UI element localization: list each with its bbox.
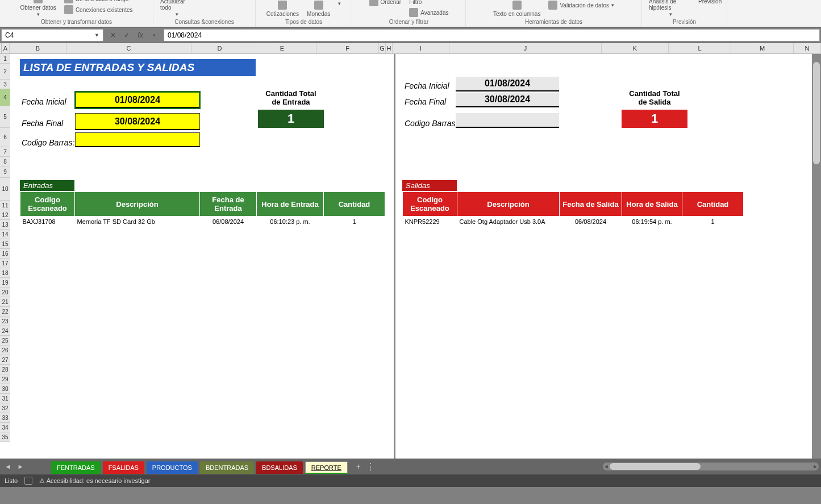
texto-columnas-button[interactable]: Texto en columnas xyxy=(491,0,543,18)
column-header-N[interactable]: N xyxy=(794,43,821,53)
horizontal-scrollbar[interactable]: ◄ ► xyxy=(603,463,819,470)
row-header-15[interactable]: 15 xyxy=(0,239,10,249)
row-header-7[interactable]: 7 xyxy=(0,147,10,157)
th-fecha: Fecha de Entrada xyxy=(200,192,257,216)
tab-fentradas[interactable]: FENTRADAS xyxy=(51,461,101,474)
fecha-inicial-input[interactable]: 01/08/2024 xyxy=(75,91,200,109)
formula-dd[interactable]: ▾ xyxy=(148,29,160,41)
row-header-5[interactable]: 5 xyxy=(0,106,10,128)
column-header-B[interactable]: B xyxy=(10,43,66,53)
row-header-31[interactable]: 31 xyxy=(0,394,10,403)
row-header-28[interactable]: 28 xyxy=(0,365,10,374)
split-divider[interactable] xyxy=(395,54,400,459)
row-header-9[interactable]: 9 xyxy=(0,166,10,178)
scroll-right[interactable]: ► xyxy=(812,463,819,470)
obtener-datos-button[interactable]: Obtener datos▾ xyxy=(18,0,59,18)
row-header-22[interactable]: 22 xyxy=(0,307,10,316)
analisis-button[interactable]: Análisis de hipótesis▾ xyxy=(647,0,694,18)
row-header-25[interactable]: 25 xyxy=(0,336,10,345)
row-header-4[interactable]: 4 xyxy=(0,89,10,106)
row-header-18[interactable]: 18 xyxy=(0,268,10,278)
row-header-26[interactable]: 26 xyxy=(0,345,10,355)
accessibility-status[interactable]: ⚠ Accesibilidad: es necesario investigar xyxy=(39,477,150,485)
table-row[interactable]: KNPR52229 Cable Otg Adaptador Usb 3.0A 0… xyxy=(403,216,744,227)
row-header-23[interactable]: 23 xyxy=(0,316,10,326)
row-header-30[interactable]: 30 xyxy=(0,384,10,394)
row-header-20[interactable]: 20 xyxy=(0,288,10,297)
column-header-C[interactable]: C xyxy=(66,43,191,53)
row-header-13[interactable]: 13 xyxy=(0,220,10,230)
row-header-16[interactable]: 16 xyxy=(0,249,10,259)
th-fecha-r: Fecha de Salida xyxy=(560,192,622,216)
scrollbar-thumb[interactable] xyxy=(813,62,820,164)
row-header-14[interactable]: 14 xyxy=(0,230,10,239)
row-header-32[interactable]: 32 xyxy=(0,403,10,413)
column-header-M[interactable]: M xyxy=(731,43,794,53)
row-header-33[interactable]: 33 xyxy=(0,413,10,423)
row-header-10[interactable]: 10 xyxy=(0,178,10,201)
column-header-J[interactable]: J xyxy=(449,43,602,53)
codigo-barras-input-r[interactable] xyxy=(456,113,559,128)
cell-descripcion: Memoria TF SD Card 32 Gb xyxy=(75,216,200,227)
column-header-A[interactable]: A xyxy=(2,43,10,53)
column-header-I[interactable]: I xyxy=(393,43,449,53)
codigo-barras-input[interactable] xyxy=(75,132,200,147)
row-header-29[interactable]: 29 xyxy=(0,374,10,384)
row-header-6[interactable]: 6 xyxy=(0,128,10,147)
column-header-E[interactable]: E xyxy=(248,43,316,53)
row-header-3[interactable]: 3 xyxy=(0,80,10,89)
column-header-H[interactable]: H xyxy=(386,43,393,53)
row-header-2[interactable]: 2 xyxy=(0,64,10,80)
datatypes-dd[interactable]: ▾ xyxy=(336,0,343,7)
tab-bdentradas[interactable]: BDENTRADAS xyxy=(200,461,254,474)
fecha-final-input[interactable]: 30/08/2024 xyxy=(75,113,200,130)
name-box[interactable]: C4▼ xyxy=(1,29,103,41)
tab-productos[interactable]: PRODUCTOS xyxy=(147,461,198,474)
filtro-button[interactable]: Filtro xyxy=(407,0,451,7)
formula-input[interactable]: 01/08/2024 xyxy=(164,29,820,41)
ordenar-button[interactable]: Ordenar xyxy=(367,0,404,7)
row-header-12[interactable]: 12 xyxy=(0,210,10,220)
row-header-35[interactable]: 35 xyxy=(0,432,10,442)
row-header-21[interactable]: 21 xyxy=(0,297,10,307)
row-header-11[interactable]: 11 xyxy=(0,201,10,210)
tab-reporte[interactable]: REPORTE xyxy=(305,461,348,474)
row-header-19[interactable]: 19 xyxy=(0,278,10,288)
row-header-17[interactable]: 17 xyxy=(0,259,10,268)
vertical-scrollbar[interactable] xyxy=(812,54,821,459)
conexiones-button[interactable]: Conexiones existentes xyxy=(62,5,135,15)
column-header-L[interactable]: L xyxy=(669,43,731,53)
macro-record-icon[interactable] xyxy=(24,477,32,485)
row-header-27[interactable]: 27 xyxy=(0,355,10,365)
avanzadas-button[interactable]: Avanzadas xyxy=(407,7,451,18)
scrollbar-thumb[interactable] xyxy=(610,463,701,470)
prevision-button[interactable]: Previsión xyxy=(698,0,722,5)
monedas-button[interactable]: Monedas xyxy=(305,0,332,18)
scroll-left[interactable]: ◄ xyxy=(603,463,610,470)
tab-fsalidas[interactable]: FSALIDAS xyxy=(103,461,144,474)
table-row[interactable]: BAXJ31708 Memoria TF SD Card 32 Gb 06/08… xyxy=(20,216,385,227)
tabs-menu[interactable]: ⋮ xyxy=(366,461,375,472)
column-header-F[interactable]: F xyxy=(316,43,379,53)
row-header-1[interactable]: 1 xyxy=(0,54,10,64)
validacion-button[interactable]: Validación de datos▾ xyxy=(546,0,616,10)
cancel-formula-button[interactable]: ✕ xyxy=(107,29,119,41)
column-header-G[interactable]: G xyxy=(379,43,386,53)
cotizaciones-button[interactable]: Cotizaciones xyxy=(264,0,301,18)
tab-nav-prev[interactable]: ◄ xyxy=(2,461,14,472)
fecha-final-input-r[interactable]: 30/08/2024 xyxy=(456,93,559,107)
fecha-inicial-input-r[interactable]: 01/08/2024 xyxy=(456,77,559,91)
actualizar-button[interactable]: Actualizar todo▾ xyxy=(158,0,195,18)
tab-bdsalidas[interactable]: BDSALIDAS xyxy=(256,461,303,474)
row-header-34[interactable]: 34 xyxy=(0,423,10,432)
row-header-24[interactable]: 24 xyxy=(0,326,10,336)
column-header-K[interactable]: K xyxy=(602,43,669,53)
row-header-8[interactable]: 8 xyxy=(0,157,10,166)
fx-button[interactable]: fx xyxy=(134,29,147,41)
accept-formula-button[interactable]: ✓ xyxy=(120,29,133,41)
ribbon-group-label: Consultas &conexiones xyxy=(174,18,234,27)
add-sheet-button[interactable]: + xyxy=(352,462,365,471)
de-tabla-button[interactable]: De una tabla o rango xyxy=(62,0,135,4)
tab-nav-next[interactable]: ► xyxy=(15,461,26,472)
column-header-D[interactable]: D xyxy=(191,43,248,53)
